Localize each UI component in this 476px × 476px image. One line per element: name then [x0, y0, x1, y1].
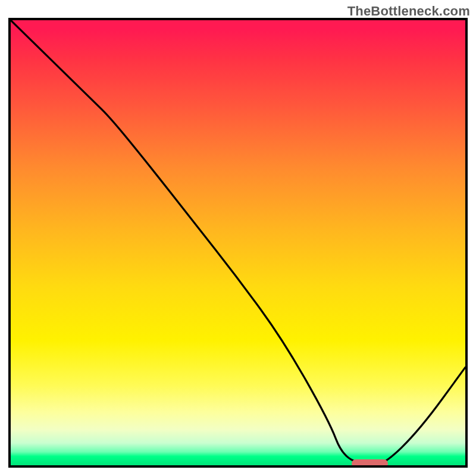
- watermark-text: TheBottleneck.com: [347, 4, 470, 19]
- bottleneck-curve-svg: [11, 20, 465, 465]
- bottleneck-curve-path: [11, 20, 465, 465]
- chart-plot-area: [8, 18, 468, 468]
- optimal-range-marker: [352, 459, 388, 468]
